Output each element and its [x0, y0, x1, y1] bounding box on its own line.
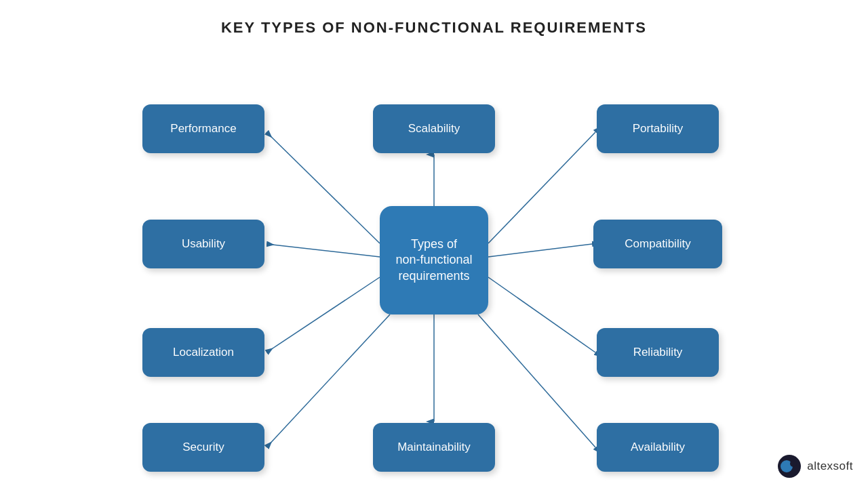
node-portability: Portability: [597, 104, 719, 153]
page-title: KEY TYPES OF NON-FUNCTIONAL REQUIREMENTS: [0, 0, 868, 37]
node-performance: Performance: [142, 104, 264, 153]
svg-line-5: [267, 244, 380, 257]
altexsoft-logo-icon: [777, 454, 802, 479]
node-scalability: Scalability: [373, 104, 495, 153]
svg-line-13: [478, 314, 595, 447]
svg-point-16: [790, 460, 797, 467]
logo-text: altexsoft: [807, 460, 853, 473]
node-security: Security: [142, 423, 264, 472]
node-reliability: Reliability: [597, 328, 719, 377]
svg-line-7: [267, 314, 390, 447]
svg-line-10: [488, 132, 595, 243]
node-availability: Availability: [597, 423, 719, 472]
svg-line-11: [488, 244, 592, 257]
logo: altexsoft: [777, 454, 853, 479]
svg-line-4: [267, 132, 380, 243]
node-usability: Usability: [142, 220, 264, 268]
svg-line-6: [267, 277, 380, 352]
node-maintainability: Maintainability: [373, 423, 495, 472]
svg-line-12: [488, 277, 595, 352]
node-center: Types of non-functional requirements: [380, 206, 488, 314]
node-compatibility: Compatibility: [593, 220, 722, 268]
node-localization: Localization: [142, 328, 264, 377]
diagram: Types of non-functional requirements Per…: [0, 43, 868, 488]
